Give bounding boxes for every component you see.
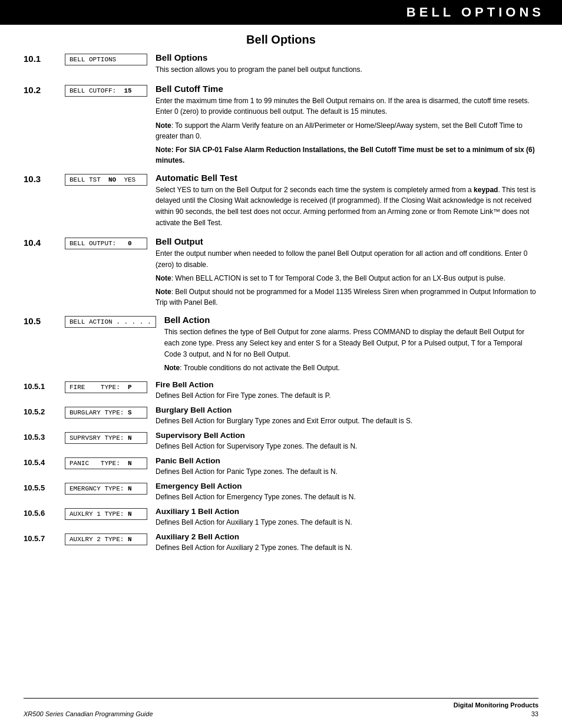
sub-section-title-10-5-7: Auxiliary 2 Bell Action <box>156 532 538 541</box>
section-content-10-3: Automatic Bell Test Select YES to turn o… <box>156 173 538 230</box>
sub-section-body-10-5-5: Defines Bell Action for Emergency Type z… <box>156 492 538 502</box>
sub-section-body-10-5-4: Defines Bell Action for Panic Type zones… <box>156 466 538 477</box>
footer-right-col: Digital Monitoring Products 33 <box>454 701 538 717</box>
section-num-10-3: 10.3 <box>24 173 65 184</box>
header-bar: BELL OPTIONS <box>0 0 562 25</box>
sub-section-body-10-5-2: Defines Bell Action for Burglary Type zo… <box>156 416 538 426</box>
section-body-10-3: Select YES to turn on the Bell Output fo… <box>156 185 538 228</box>
section-10-5-1: 10.5.1 FIRE TYPE: P Fire Bell Action Def… <box>24 380 538 401</box>
section-title-10-4: Bell Output <box>156 236 538 246</box>
note-10-2-2: Note: For SIA CP-01 False Alarm Reductio… <box>156 144 538 166</box>
page-title: Bell Options <box>0 25 562 52</box>
section-body-10-1: This section allows you to program the p… <box>156 64 538 75</box>
section-10-2: 10.2 BELL CUTOFF: 15 Bell Cutoff Time En… <box>24 84 538 167</box>
note-10-2-1: Note: To support the Alarm Verify featur… <box>156 120 538 141</box>
sub-section-num-10-5-4: 10.5.4 <box>24 456 65 467</box>
sub-section-box-10-5-4: PANIC TYPE: N <box>65 457 147 469</box>
sub-section-title-10-5-3: Supervisory Bell Action <box>156 431 538 440</box>
section-body-10-5: This section defines the type of Bell Ou… <box>164 327 538 360</box>
sub-section-num-10-5-6: 10.5.6 <box>24 507 65 518</box>
sub-section-content-10-5-4: Panic Bell Action Defines Bell Action fo… <box>156 456 538 477</box>
sub-section-box-10-5-3: SUPRVSRY TYPE: N <box>65 432 147 444</box>
sub-section-num-10-5-1: 10.5.1 <box>24 380 65 391</box>
note-10-5: Note: Trouble conditions do not activate… <box>164 363 538 373</box>
section-content-10-1: Bell Options This section allows you to … <box>156 52 538 78</box>
sub-section-title-10-5-1: Fire Bell Action <box>156 380 538 389</box>
section-10-3: 10.3 BELL TST NO YES Automatic Bell Test… <box>24 173 538 230</box>
section-10-5-5: 10.5.5 EMERGNCY TYPE: N Emergency Bell A… <box>24 482 538 502</box>
note-10-4-1: Note: When BELL ACTION is set to T for T… <box>156 273 538 284</box>
section-title-10-2: Bell Cutoff Time <box>156 84 538 94</box>
section-box-10-1: BELL OPTIONS <box>65 54 147 65</box>
section-num-10-4: 10.4 <box>24 236 65 248</box>
section-10-5-2: 10.5.2 BURGLARY TYPE: S Burglary Bell Ac… <box>24 406 538 426</box>
sub-section-box-10-5-2: BURGLARY TYPE: S <box>65 407 147 419</box>
sub-section-body-10-5-1: Defines Bell Action for Fire Type zones.… <box>156 390 538 401</box>
section-10-5-7: 10.5.7 AUXLRY 2 TYPE: N Auxiliary 2 Bell… <box>24 532 538 553</box>
footer-right: Digital Monitoring Products <box>454 701 538 709</box>
sub-section-box-10-5-5: EMERGNCY TYPE: N <box>65 483 147 495</box>
sub-section-content-10-5-1: Fire Bell Action Defines Bell Action for… <box>156 380 538 401</box>
section-content-10-4: Bell Output Enter the output number when… <box>156 236 538 309</box>
sub-section-box-10-5-1: FIRE TYPE: P <box>65 381 147 393</box>
footer-left: XR500 Series Canadian Programming Guide <box>24 710 153 717</box>
sub-section-box-10-5-7: AUXLRY 2 TYPE: N <box>65 533 147 545</box>
section-content-10-5: Bell Action This section defines the typ… <box>164 315 538 374</box>
sub-section-title-10-5-5: Emergency Bell Action <box>156 482 538 490</box>
sub-section-num-10-5-5: 10.5.5 <box>24 482 65 492</box>
main-content: 10.1 BELL OPTIONS Bell Options This sect… <box>0 52 562 575</box>
sub-section-num-10-5-3: 10.5.3 <box>24 431 65 442</box>
note-10-4-2: Note: Bell Output should not be programm… <box>156 286 538 308</box>
sub-section-content-10-5-2: Burglary Bell Action Defines Bell Action… <box>156 406 538 426</box>
page: BELL OPTIONS Bell Options 10.1 BELL OPTI… <box>0 0 562 728</box>
section-box-10-3: BELL TST NO YES <box>65 174 147 186</box>
section-title-10-5: Bell Action <box>164 315 538 325</box>
section-body-10-4: Enter the output number when needed to f… <box>156 248 538 270</box>
sub-section-num-10-5-7: 10.5.7 <box>24 532 65 543</box>
sub-section-title-10-5-6: Auxiliary 1 Bell Action <box>156 507 538 516</box>
sub-section-content-10-5-6: Auxiliary 1 Bell Action Defines Bell Act… <box>156 507 538 528</box>
section-title-10-3: Automatic Bell Test <box>156 173 538 183</box>
section-body-10-2: Enter the maximum time from 1 to 99 minu… <box>156 95 538 117</box>
sub-section-title-10-5-2: Burglary Bell Action <box>156 406 538 414</box>
section-num-10-5: 10.5 <box>24 315 65 326</box>
section-10-5-4: 10.5.4 PANIC TYPE: N Panic Bell Action D… <box>24 456 538 477</box>
section-box-10-2: BELL CUTOFF: 15 <box>65 85 147 97</box>
section-10-5: 10.5 BELL ACTION . . . . . Bell Action T… <box>24 315 538 374</box>
sub-section-body-10-5-7: Defines Bell Action for Auxiliary 2 Type… <box>156 542 538 553</box>
section-10-5-6: 10.5.6 AUXLRY 1 TYPE: N Auxiliary 1 Bell… <box>24 507 538 528</box>
section-10-5-3: 10.5.3 SUPRVSRY TYPE: N Supervisory Bell… <box>24 431 538 452</box>
sub-section-num-10-5-2: 10.5.2 <box>24 406 65 416</box>
section-box-10-5: BELL ACTION . . . . . <box>65 316 156 328</box>
sub-section-box-10-5-6: AUXLRY 1 TYPE: N <box>65 508 147 520</box>
section-num-10-2: 10.2 <box>24 84 65 95</box>
section-num-10-1: 10.1 <box>24 52 65 64</box>
sub-section-content-10-5-3: Supervisory Bell Action Defines Bell Act… <box>156 431 538 452</box>
sub-section-title-10-5-4: Panic Bell Action <box>156 456 538 465</box>
footer-page: 33 <box>531 710 538 717</box>
section-10-1: 10.1 BELL OPTIONS Bell Options This sect… <box>24 52 538 78</box>
sub-section-body-10-5-3: Defines Bell Action for Supervisory Type… <box>156 441 538 452</box>
section-10-4: 10.4 BELL OUTPUT: 0 Bell Output Enter th… <box>24 236 538 309</box>
section-content-10-2: Bell Cutoff Time Enter the maximum time … <box>156 84 538 167</box>
sub-section-content-10-5-5: Emergency Bell Action Defines Bell Actio… <box>156 482 538 502</box>
sub-section-content-10-5-7: Auxiliary 2 Bell Action Defines Bell Act… <box>156 532 538 553</box>
section-title-10-1: Bell Options <box>156 52 538 62</box>
header-title: BELL OPTIONS <box>406 5 544 19</box>
sub-section-body-10-5-6: Defines Bell Action for Auxiliary 1 Type… <box>156 517 538 528</box>
section-box-10-4: BELL OUTPUT: 0 <box>65 238 147 249</box>
footer: XR500 Series Canadian Programming Guide … <box>24 698 538 717</box>
